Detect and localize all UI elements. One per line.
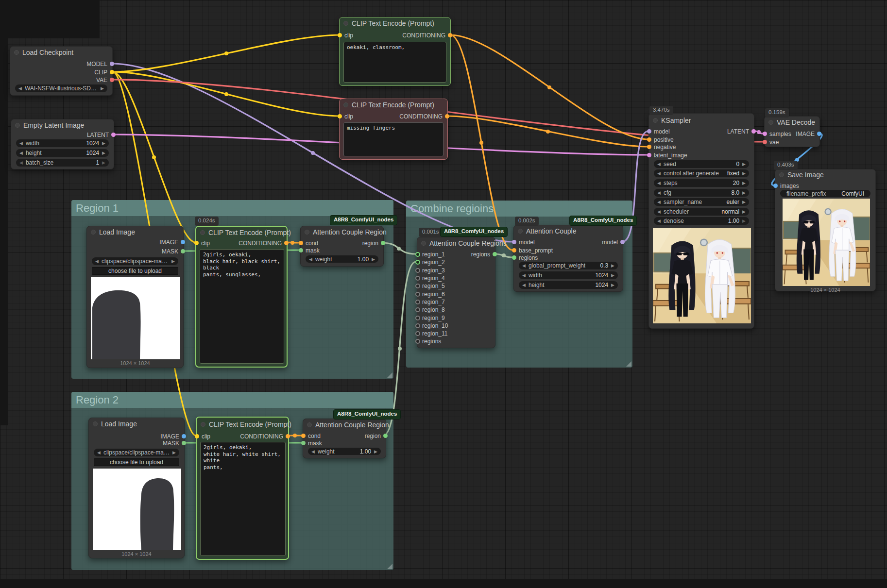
node-collapse-dot-icon[interactable]	[91, 230, 96, 235]
image-file-combo[interactable]: ◀clipspace/clipspace-mask- ...▶	[94, 449, 179, 456]
decrement-icon[interactable]: ◀	[309, 257, 312, 262]
widget-global-prompt-weight[interactable]: ◀global_prompt_weight0.3▶	[519, 262, 618, 269]
input-slot-region-10[interactable]: region_10	[422, 322, 448, 329]
slot-dot[interactable]	[181, 240, 185, 244]
node-collapse-dot-icon[interactable]	[343, 102, 348, 107]
output-slot-conditioning[interactable]: CONDITIONING	[240, 433, 283, 440]
widget-scheduler[interactable]: ◀schedulernormal▶	[654, 208, 749, 216]
ckpt-name-combo[interactable]: ◀WAI-NSFW-illustrious-SDXL/wai ...▶	[15, 84, 107, 92]
slot-dot[interactable]	[301, 441, 306, 445]
node-collapse-dot-icon[interactable]	[518, 229, 523, 234]
widget-sampler-name[interactable]: ◀sampler_nameeuler▶	[654, 198, 749, 206]
slot-dot[interactable]	[512, 255, 516, 260]
increment-icon[interactable]: ▶	[742, 200, 746, 204]
slot-dot[interactable]	[415, 316, 420, 320]
combo-left-arrow-icon[interactable]: ◀	[97, 450, 101, 455]
input-slot-negative[interactable]: negative	[654, 144, 676, 151]
prompt-textarea[interactable]: missing fingers	[343, 122, 444, 156]
widget-control-after-generate[interactable]: ◀control after generatefixed▶	[654, 169, 749, 177]
slot-dot[interactable]	[383, 434, 388, 438]
input-slot-model[interactable]: model	[519, 239, 535, 246]
input-slot-cond[interactable]: cond	[306, 240, 318, 247]
output-slot-clip[interactable]: CLIP	[94, 69, 107, 76]
decrement-icon[interactable]: ◀	[19, 151, 23, 155]
node-collapse-dot-icon[interactable]	[307, 422, 312, 427]
slot-dot[interactable]	[286, 434, 290, 438]
decrement-icon[interactable]: ◀	[657, 171, 661, 176]
input-slot-clip[interactable]: clip	[202, 433, 210, 440]
slot-dot[interactable]	[647, 145, 651, 149]
output-slot-conditioning[interactable]: CONDITIONING	[239, 240, 282, 247]
prompt-textarea[interactable]: 2girls, oekaki, white hair, white shirt,…	[200, 442, 286, 556]
slot-dot[interactable]	[415, 276, 420, 281]
input-slot-mask[interactable]: mask	[308, 440, 322, 447]
input-slot-region-5[interactable]: region_5	[422, 283, 445, 289]
slot-dot[interactable]	[110, 62, 114, 66]
combo-right-arrow-icon[interactable]: ▶	[172, 450, 176, 455]
increment-icon[interactable]: ▶	[611, 283, 614, 287]
input-slot-region-11[interactable]: region_11	[422, 330, 448, 337]
prompt-textarea[interactable]: oekaki, classroom,	[343, 42, 446, 83]
slot-dot[interactable]	[493, 252, 497, 256]
output-slot-conditioning[interactable]: CONDITIONING	[399, 113, 443, 120]
slot-dot[interactable]	[817, 132, 821, 136]
clip-text-encode-negative-node[interactable]: CLIP Text Encode (Prompt) clip CONDITION…	[339, 99, 448, 160]
input-slot-mask[interactable]: mask	[306, 247, 320, 254]
input-slot-regions[interactable]: regions	[519, 254, 538, 261]
output-slot-mask[interactable]: MASK	[163, 440, 179, 447]
input-slot-clip[interactable]: clip	[201, 240, 210, 247]
output-slot-regions[interactable]: regions	[471, 251, 490, 258]
slot-dot[interactable]	[182, 434, 186, 438]
slot-dot[interactable]	[647, 153, 651, 157]
decrement-icon[interactable]: ◀	[657, 190, 661, 195]
node-collapse-dot-icon[interactable]	[15, 123, 20, 128]
input-slot-clip[interactable]: clip	[344, 32, 353, 39]
output-slot-model[interactable]: MODEL	[86, 61, 107, 67]
slot-dot[interactable]	[445, 114, 449, 118]
slot-dot[interactable]	[415, 339, 420, 344]
increment-icon[interactable]: ▶	[372, 257, 375, 262]
input-slot-region-3[interactable]: region_3	[422, 267, 445, 274]
widget-batch-size[interactable]: ◀batch_size1▶	[16, 159, 109, 167]
widget-weight[interactable]: ◀weight1.00▶	[308, 448, 381, 455]
input-slot-vae[interactable]: vae	[769, 139, 779, 146]
input-slot-base-prompt[interactable]: base_prompt	[519, 247, 553, 254]
node-collapse-dot-icon[interactable]	[93, 421, 98, 426]
node-collapse-dot-icon[interactable]	[653, 118, 658, 123]
slot-dot[interactable]	[647, 129, 651, 134]
node-collapse-dot-icon[interactable]	[201, 422, 205, 427]
region1-load-image-node[interactable]: Load Image IMAGE MASK ◀clipspace/clipspa…	[86, 226, 184, 368]
widget-height[interactable]: ◀height1024▶	[16, 149, 109, 157]
increment-icon[interactable]: ▶	[742, 162, 746, 167]
output-slot-image[interactable]: IMAGE	[159, 239, 178, 246]
increment-icon[interactable]: ▶	[742, 190, 746, 195]
input-slot-region-1[interactable]: region_1	[422, 251, 445, 258]
widget-width[interactable]: ◀width1024▶	[16, 139, 109, 147]
slot-dot[interactable]	[415, 300, 420, 304]
slot-dot[interactable]	[299, 241, 303, 245]
input-slot-images[interactable]: images	[780, 183, 799, 189]
increment-icon[interactable]: ▶	[611, 263, 614, 268]
slot-dot[interactable]	[111, 133, 116, 137]
output-slot-image[interactable]: IMAGE	[160, 433, 179, 440]
node-collapse-dot-icon[interactable]	[768, 120, 773, 125]
increment-icon[interactable]: ▶	[102, 141, 105, 146]
output-slot-model[interactable]: model	[602, 239, 618, 246]
node-collapse-dot-icon[interactable]	[14, 50, 19, 55]
input-slot-model[interactable]: model	[654, 128, 670, 135]
slot-dot[interactable]	[110, 70, 114, 74]
image-file-combo[interactable]: ◀clipspace/clipspace-mask- ...▶	[92, 257, 178, 265]
input-slot-latent-image[interactable]: latent_image	[654, 152, 687, 159]
slot-dot[interactable]	[763, 140, 767, 144]
vae-decode-node[interactable]: VAE Decode samples IMAGE vae	[764, 116, 820, 147]
decrement-icon[interactable]: ◀	[522, 283, 526, 287]
slot-dot[interactable]	[751, 129, 756, 134]
node-collapse-dot-icon[interactable]	[779, 172, 784, 177]
decrement-icon[interactable]: ◀	[522, 263, 526, 268]
slot-dot[interactable]	[763, 132, 767, 136]
slot-dot[interactable]	[284, 241, 289, 245]
output-slot-region[interactable]: region	[362, 240, 378, 247]
slot-dot[interactable]	[338, 114, 342, 118]
slot-dot[interactable]	[512, 248, 516, 252]
empty-latent-image-node[interactable]: Empty Latent Image LATENT ◀width1024▶ ◀h…	[11, 119, 114, 169]
